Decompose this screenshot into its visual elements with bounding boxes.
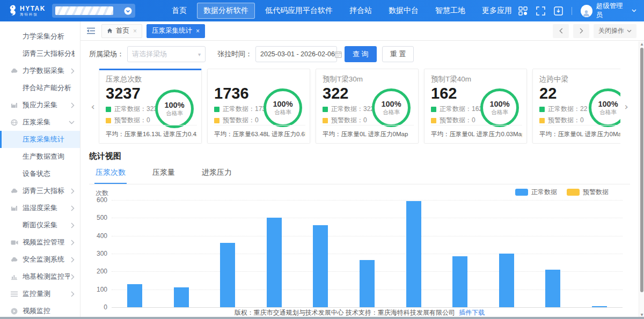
chart-bar-2[interactable] (174, 287, 189, 307)
vertical-scrollbar[interactable]: ▲ ▼ (639, 41, 644, 317)
y-tick-label: 100 (90, 286, 107, 293)
carousel-next-icon[interactable]: › (623, 101, 630, 112)
apps-grid-icon[interactable] (518, 6, 528, 16)
scroll-up-icon[interactable]: ▲ (639, 42, 644, 46)
sidebar-item-13[interactable]: 视频监控管理 (0, 234, 80, 251)
normal-data-swatch (214, 107, 219, 112)
topnav-item-3[interactable]: 低代码应用平台软件 (259, 3, 339, 19)
page-tab-2[interactable]: 压浆采集统计× (147, 24, 205, 38)
stat-card-5[interactable]: 边跨中梁22正常数据：22预警数据：0100%合格率平均：压浆量0L 进浆压力0… (532, 69, 620, 144)
topnav-item-4[interactable]: 拌合站 (343, 3, 378, 19)
chart-bar-5[interactable] (313, 225, 328, 307)
sidebar-item-15[interactable]: 地基检测监控平台 (0, 268, 80, 285)
vertical-scrollbar-thumb[interactable] (640, 48, 643, 292)
stats-tab-1[interactable]: 压浆次数 (94, 162, 127, 184)
sidebar-item-label: 地基检测监控平台 (23, 272, 70, 281)
beam-yard-select[interactable]: 请选择梁场 ▾ (127, 46, 206, 62)
warning-data-swatch (214, 118, 219, 123)
chart-bar-11[interactable] (592, 306, 607, 307)
sidebar-item-9[interactable]: 设备状态 (0, 165, 80, 182)
chart-bar-1[interactable] (127, 284, 142, 307)
sidebar-item-7[interactable]: 压浆采集统计 (0, 131, 80, 148)
legend-item-2[interactable]: 预警数据 (567, 188, 609, 197)
sidebar-item-4[interactable]: 拌合站产能分析 (0, 79, 80, 97)
sidebar-item-6[interactable]: 压浆采集 (0, 114, 80, 131)
collapse-sidebar-icon[interactable] (87, 27, 95, 34)
sidebar-item-14[interactable]: 安全监测系统 (0, 251, 80, 268)
topnav-item-2[interactable]: 数据分析软件 (197, 3, 255, 19)
content-column: 首页×压浆采集统计× 关闭操作 所属梁场： 请选择梁场 (80, 21, 644, 319)
tabs-prev-button[interactable] (553, 24, 569, 38)
pass-rate-value: 100% (164, 101, 184, 109)
tabs-next-button[interactable] (573, 24, 589, 38)
stats-tab-3[interactable]: 进浆压力 (201, 162, 233, 184)
sidebar-item-label: 拌合站产能分析 (23, 83, 75, 93)
user-menu[interactable]: 超级管理员 (581, 2, 636, 20)
gridline (112, 200, 623, 201)
chart-bar-10[interactable] (545, 270, 560, 307)
download-icon[interactable] (554, 6, 563, 16)
scroll-down-icon[interactable]: ▼ (639, 313, 644, 316)
sidebar-item-label: 压浆采集统计 (23, 135, 75, 144)
sidebar-item-label: 视频监控 (23, 306, 75, 316)
sidebar-item-16[interactable]: 监控量测 (0, 285, 80, 302)
cloud-icon (11, 256, 23, 263)
close-tab-icon[interactable]: × (133, 27, 137, 35)
cloud-icon (11, 188, 23, 194)
sidebar-item-label: 压浆采集 (23, 117, 68, 127)
top-navigation: 首页数据分析软件低代码应用平台软件拌合站数据中台智慧工地更多应用 (165, 3, 518, 19)
reset-button[interactable]: 重 置 (382, 46, 414, 62)
chart-bar-6[interactable] (360, 260, 375, 307)
page-tab-1[interactable]: 首页× (101, 24, 142, 38)
chevron-right-icon (71, 102, 75, 108)
sidebar-item-8[interactable]: 生产数据查询 (0, 148, 80, 165)
legend-item-1[interactable]: 正常数据 (515, 188, 557, 197)
sidebar-item-10[interactable]: 沥青三大指标 (0, 182, 80, 199)
close-tab-icon[interactable]: × (196, 27, 200, 35)
chart-bar-3[interactable] (220, 243, 235, 307)
plugin-download-link[interactable]: 插件下载 (459, 309, 485, 316)
sidebar-item-1[interactable]: 力学采集分析 (0, 28, 80, 45)
chart-bar-8[interactable] (452, 256, 467, 307)
sidebar-item-11[interactable]: 温湿度采集 (0, 199, 80, 217)
stat-card-2[interactable]: 1736正常数据：1736预警数据：0100%合格率平均：压浆量63.48L 进… (207, 69, 310, 144)
query-button[interactable]: 查 询 (345, 46, 377, 62)
pass-rate-ring: 100%合格率 (264, 88, 302, 127)
warning-data-swatch (323, 118, 328, 123)
topnav-item-1[interactable]: 首页 (165, 3, 193, 19)
chart-bar-7[interactable] (406, 201, 421, 307)
circle-arrow-icon[interactable] (124, 7, 132, 15)
stat-card-3[interactable]: 预制T梁30m322正常数据：322预警数据：0100%合格率平均：压浆量0L … (316, 69, 419, 144)
chevron-right-icon (71, 291, 75, 297)
sidebar-item-12[interactable]: 断面仪采集 (0, 217, 80, 234)
normal-data-swatch (431, 107, 436, 112)
sidebar-item-3[interactable]: 力学数据采集 (0, 62, 80, 79)
fullscreen-icon[interactable] (536, 6, 545, 16)
stats-tabs: 压浆次数压浆量进浆压力 (89, 162, 630, 184)
carousel-prev-icon[interactable]: ‹ (89, 101, 97, 112)
sidebar-item-2[interactable]: 沥青三大指标分析 (0, 45, 80, 62)
stats-view-title: 统计视图 (89, 151, 630, 161)
legend-label: 预警数据 (583, 188, 609, 197)
chart-bar-9[interactable] (499, 254, 514, 307)
stat-cards: 压浆总次数3237正常数据：3237预警数据：0100%合格率平均：压浆量16.… (99, 69, 620, 144)
topnav-item-6[interactable]: 智慧工地 (429, 3, 472, 19)
chart-bar-4[interactable] (267, 218, 282, 307)
sidebar-item-5[interactable]: 预应力采集 (0, 97, 80, 114)
chevron-right-icon (71, 188, 75, 194)
y-tick-label: 200 (90, 268, 107, 275)
stat-card-1[interactable]: 压浆总次数3237正常数据：3237预警数据：0100%合格率平均：压浆量16.… (99, 69, 202, 144)
horizontal-scrollbar[interactable] (0, 317, 644, 319)
project-selector[interactable] (52, 4, 135, 18)
topnav-item-5[interactable]: 数据中台 (382, 3, 425, 19)
topnav-item-7[interactable]: 更多应用 (475, 3, 518, 19)
sidebar-item-label: 生产数据查询 (23, 152, 75, 161)
chevron-right-icon (71, 205, 75, 211)
tension-date-range-input[interactable]: 2025-03-01 - 2026-02-06 (255, 46, 337, 62)
stat-card-title: 预制T梁40m (431, 75, 520, 84)
stats-tab-2[interactable]: 压浆量 (151, 162, 176, 184)
y-tick-label: 600 (90, 196, 107, 204)
stat-card-4[interactable]: 预制T梁40m162正常数据：162预警数据：0100%合格率平均：压浆量0L … (424, 69, 527, 144)
close-operations-button[interactable]: 关闭操作 (594, 24, 636, 38)
page-tabs: 首页×压浆采集统计× (101, 24, 209, 38)
